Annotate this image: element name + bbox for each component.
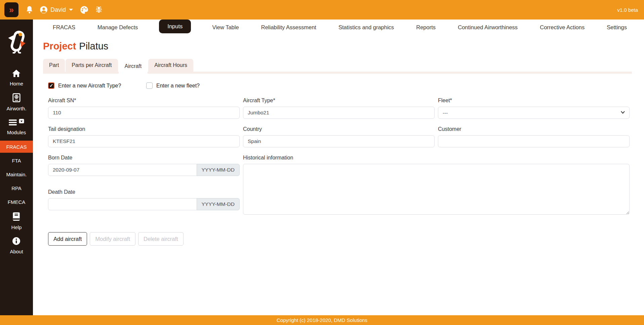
chevron-down-icon xyxy=(69,9,73,11)
nav-fracas[interactable]: FRACAS xyxy=(52,20,76,35)
inputs-tabstrip: Part Parts per Aircraft Aircraft Aircraf… xyxy=(43,59,632,74)
historical-information-label: Historical information xyxy=(243,155,630,161)
sidebar-item-airworthiness[interactable]: Airworth. xyxy=(6,93,26,111)
nav-inputs[interactable]: Inputs xyxy=(159,20,191,33)
born-date-label: Born Date xyxy=(48,155,240,161)
tail-designation-input[interactable] xyxy=(48,135,240,147)
sidebar-item-fracas[interactable]: FRACAS xyxy=(0,141,33,153)
sidebar-item-home[interactable]: Home xyxy=(10,69,23,86)
app-version: v1.0 beta xyxy=(617,7,638,13)
sidebar-item-fmeca[interactable]: FMECA xyxy=(8,199,26,205)
tail-designation-label: Tail designation xyxy=(48,126,240,132)
aircraft-sn-input[interactable] xyxy=(48,107,240,119)
sidebar-item-maintain[interactable]: Maintain. xyxy=(6,172,27,177)
user-name: David xyxy=(50,6,66,13)
sidebar-item-about[interactable]: About xyxy=(10,237,23,254)
tab-aircraft-hours[interactable]: Aircraft Hours xyxy=(148,59,193,72)
born-date-format-addon: YYYY-MM-DD xyxy=(197,164,240,176)
new-aircraft-type-label[interactable]: Enter a new Aircraft Type? xyxy=(58,83,121,89)
nav-view-table[interactable]: View Table xyxy=(211,20,240,35)
app-logo-bird-icon xyxy=(5,29,28,55)
module-nav: FRACAS Manage Defects Inputs View Table … xyxy=(33,20,644,35)
home-icon xyxy=(12,69,21,79)
sidebar-item-help[interactable]: Help xyxy=(11,212,22,230)
nav-corrective-actions[interactable]: Corrective Actions xyxy=(539,20,586,35)
historical-information-textarea[interactable] xyxy=(243,164,630,215)
delete-aircraft-button[interactable]: Delete aircraft xyxy=(138,232,184,246)
modules-dropdown-icon[interactable] xyxy=(19,119,24,125)
born-date-input[interactable] xyxy=(48,164,197,176)
tab-part[interactable]: Part xyxy=(43,59,65,72)
bug-report-icon[interactable] xyxy=(94,5,103,14)
user-menu[interactable]: David xyxy=(39,5,73,14)
aircraft-type-input[interactable] xyxy=(243,107,435,119)
double-chevron-icon: » xyxy=(9,6,14,14)
country-label: Country xyxy=(243,126,435,132)
hamburger-menu-icon xyxy=(8,119,17,128)
fleet-label: Fleet* xyxy=(438,98,630,104)
customer-label: Customer xyxy=(438,126,630,132)
new-fleet-checkbox[interactable] xyxy=(146,82,153,89)
tab-aircraft[interactable]: Aircraft xyxy=(119,59,148,74)
copyright-text: Copyright (c) 2018-2020, DMD Solutions xyxy=(277,317,367,323)
nav-continued-airworthiness[interactable]: Continued Airworthiness xyxy=(457,20,519,35)
fleet-select[interactable]: --- xyxy=(438,107,630,119)
death-date-label: Death Date xyxy=(48,189,240,195)
sidebar-item-modules[interactable]: Modules xyxy=(7,119,26,135)
new-aircraft-type-checkbox[interactable] xyxy=(48,82,54,89)
help-book-icon xyxy=(12,212,21,222)
user-avatar-icon xyxy=(39,5,48,14)
info-icon xyxy=(12,237,21,247)
passport-globe-icon xyxy=(12,93,21,104)
theme-palette-icon[interactable] xyxy=(80,5,89,14)
sidebar-item-rpa[interactable]: RPA xyxy=(11,185,22,191)
customer-input[interactable] xyxy=(438,135,630,147)
page-title: Project Pilatus xyxy=(43,41,644,52)
notifications-bell-icon[interactable] xyxy=(25,5,34,14)
aircraft-sn-label: Aircraft SN* xyxy=(48,98,240,104)
death-date-input[interactable] xyxy=(48,198,197,210)
nav-statistics-and-graphics[interactable]: Statistics and graphics xyxy=(337,20,395,35)
sidebar: Home Airworth. Modules FRACAS FTA Mainta… xyxy=(0,20,33,315)
new-fleet-label[interactable]: Enter a new fleet? xyxy=(156,83,200,89)
nav-manage-defects[interactable]: Manage Defects xyxy=(96,20,139,35)
sidebar-item-fta[interactable]: FTA xyxy=(12,158,21,164)
aircraft-form: Enter a new Aircraft Type? Enter a new f… xyxy=(48,82,630,246)
tab-parts-per-aircraft[interactable]: Parts per Aircraft xyxy=(66,59,118,72)
country-input[interactable] xyxy=(243,135,435,147)
nav-reliability-assessment[interactable]: Reliability Assessment xyxy=(260,20,317,35)
main-content: FRACAS Manage Defects Inputs View Table … xyxy=(33,20,644,315)
footer: Copyright (c) 2018-2020, DMD Solutions xyxy=(0,315,644,325)
nav-reports[interactable]: Reports xyxy=(415,20,437,35)
sidebar-collapse-button[interactable]: » xyxy=(4,2,18,17)
death-date-format-addon: YYYY-MM-DD xyxy=(197,198,240,210)
top-bar: » David v1.0 beta xyxy=(0,0,644,20)
aircraft-type-label: Aircraft Type* xyxy=(243,98,435,104)
add-aircraft-button[interactable]: Add aircraft xyxy=(48,232,87,246)
modify-aircraft-button[interactable]: Modify aircraft xyxy=(90,232,135,246)
nav-settings[interactable]: Settings xyxy=(606,20,628,35)
